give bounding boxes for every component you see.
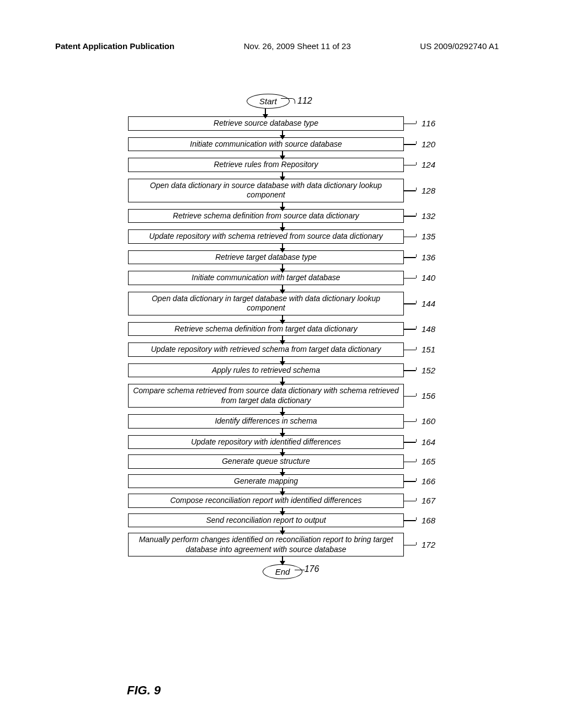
process-box: Identify differences in schema: [128, 414, 404, 429]
connector-line: [404, 396, 416, 397]
connector-line: [281, 98, 295, 104]
ref-label: 144: [422, 299, 435, 308]
connector-line: [404, 165, 416, 166]
step-row: Update repository with identified differ…: [128, 435, 437, 449]
figure-label: FIG. 9: [127, 683, 161, 698]
start-terminal-group: Start 112: [247, 94, 290, 109]
step-row: Compose reconciliation report with ident…: [128, 494, 437, 508]
arrow-icon: [282, 151, 283, 158]
step-row: Open data dictionary in source database …: [128, 179, 437, 202]
ref-label: 151: [422, 345, 435, 354]
connector-line: [404, 481, 416, 482]
step-row: Retrieve source database type 116: [128, 116, 437, 131]
step-row: Update repository with retrieved schema …: [128, 342, 437, 357]
connector-line: [295, 570, 305, 570]
arrow-icon: [282, 336, 283, 342]
arrow-icon: [282, 202, 283, 209]
process-box: Manually perform changes identified on r…: [128, 533, 404, 556]
header-right: US 2009/0292740 A1: [420, 41, 499, 51]
page-header: Patent Application Publication Nov. 26, …: [0, 41, 565, 51]
process-box: Update repository with identified differ…: [128, 435, 404, 449]
connector-line: [404, 303, 416, 304]
step-row: Generate queue structure 165: [128, 454, 437, 469]
ref-label: 172: [422, 540, 435, 549]
connector-line: [404, 370, 416, 371]
step-row: Send reconciliation report to output 168: [128, 513, 437, 528]
connector-line: [404, 124, 416, 125]
arrow-icon: [282, 377, 283, 384]
connector-line: [404, 216, 416, 217]
ref-label: 132: [422, 211, 435, 221]
ref-label: 152: [422, 366, 435, 375]
connector-line: [404, 237, 416, 238]
step-row: Retrieve target database type 136: [128, 250, 437, 265]
step-row: Identify differences in schema 160: [128, 414, 437, 429]
connector-line: [404, 501, 416, 502]
ref-label: 164: [422, 437, 435, 447]
process-box: Send reconciliation report to output: [128, 513, 404, 528]
process-box: Apply rules to retrieved schema: [128, 363, 404, 378]
ref-label: 140: [422, 273, 435, 282]
ref-label: 128: [422, 186, 435, 195]
ref-label: 166: [422, 477, 435, 486]
arrow-icon: [282, 285, 283, 292]
process-box: Retrieve schema definition from target d…: [128, 322, 404, 336]
ref-label: 165: [422, 457, 435, 466]
connector-line: [404, 350, 416, 351]
ref-label: 160: [422, 416, 435, 426]
process-box: Generate mapping: [128, 474, 404, 489]
arrow-icon: [282, 315, 283, 322]
step-row: Retrieve schema definition from source d…: [128, 209, 437, 223]
step-row: Manually perform changes identified on r…: [128, 533, 437, 556]
arrow-icon: [282, 449, 283, 454]
ref-label-start: 112: [297, 96, 312, 106]
process-box: Initiate communication with source datab…: [128, 137, 404, 152]
step-row: Update repository with schema retrieved …: [128, 229, 437, 244]
step-row: Open data dictionary in target database …: [128, 292, 437, 315]
flowchart-diagram: Start 112 Retrieve source database type …: [128, 94, 437, 579]
ref-label: 167: [422, 496, 435, 505]
ref-label-end: 176: [305, 564, 319, 574]
ref-label: 124: [422, 160, 435, 169]
step-row: Compare schema retrieved from source dat…: [128, 384, 437, 408]
arrow-icon: [282, 223, 283, 229]
process-box: Update repository with schema retrieved …: [128, 229, 404, 244]
connector-line: [404, 144, 416, 145]
connector-line: [404, 329, 416, 330]
ref-label: 148: [422, 324, 435, 334]
arrow-icon: [265, 109, 266, 116]
arrow-icon: [282, 131, 283, 137]
step-row: Retrieve schema definition from target d…: [128, 322, 437, 336]
arrow-icon: [282, 408, 283, 414]
ref-label: 135: [422, 232, 435, 241]
connector-line: [404, 462, 416, 463]
end-terminal: End: [263, 564, 303, 579]
process-box: Retrieve source database type: [128, 116, 404, 131]
ref-label: 136: [422, 253, 435, 262]
step-row: Generate mapping 166: [128, 474, 437, 489]
connector-line: [404, 278, 416, 279]
arrow-icon: [282, 244, 283, 250]
connector-line: [404, 421, 416, 422]
arrow-icon: [282, 488, 283, 494]
connector-line: [404, 545, 416, 546]
connector-line: [404, 442, 416, 443]
process-box: Retrieve target database type: [128, 250, 404, 265]
arrow-icon: [282, 469, 283, 474]
connector-line: [404, 257, 416, 258]
process-box: Compose reconciliation report with ident…: [128, 494, 404, 508]
process-box: Open data dictionary in source database …: [128, 179, 404, 202]
connector-line: [404, 520, 416, 521]
step-row: Initiate communication with target datab…: [128, 271, 437, 285]
step-row: Retrieve rules from Repository 124: [128, 158, 437, 172]
ref-label: 168: [422, 516, 435, 525]
connector-line: [404, 190, 416, 191]
process-box: Retrieve rules from Repository: [128, 158, 404, 172]
process-box: Open data dictionary in target database …: [128, 292, 404, 315]
ref-label: 156: [422, 391, 435, 400]
arrow-icon: [282, 357, 283, 363]
process-box: Update repository with retrieved schema …: [128, 342, 404, 357]
ref-label: 116: [422, 119, 435, 128]
step-row: Initiate communication with source datab…: [128, 137, 437, 152]
arrow-icon: [282, 264, 283, 271]
